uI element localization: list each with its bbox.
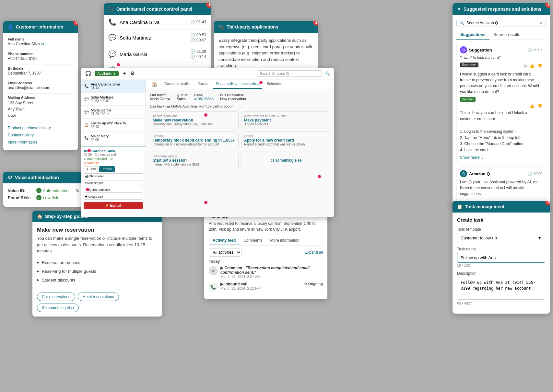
ccp-search-input[interactable] bbox=[257, 70, 322, 77]
voice-panel-title: Voice authentication bbox=[15, 175, 59, 180]
tab-comments[interactable]: Comments bbox=[240, 236, 266, 245]
ccp-home-tab[interactable]: 🏠 bbox=[149, 80, 160, 89]
contact-history-link[interactable]: Contact history bbox=[8, 132, 73, 139]
ccp-mute-btn[interactable]: 🎤 Mute bbox=[99, 166, 115, 172]
user-icon: 👤 bbox=[8, 24, 13, 29]
guide-item-0[interactable]: Reservation process bbox=[37, 258, 158, 267]
suggested-badge: 3 bbox=[545, 3, 550, 8]
customer-address-section: Mailing Address 123 Any Street,Any Town,… bbox=[8, 96, 73, 119]
case-activity-tabs: Activity feed Comments More information bbox=[209, 236, 323, 246]
copy-name-icon[interactable]: ⧉ bbox=[41, 42, 44, 46]
chat-icon-2: 💬 bbox=[108, 50, 116, 58]
third-party-description: Easily integrate third-party application… bbox=[218, 37, 313, 69]
guide-chips: Car reservations Hotel reservations It's… bbox=[37, 289, 158, 312]
ccp-card-security[interactable]: Security Temporary block debit card endi… bbox=[150, 132, 239, 149]
ccp-card-else[interactable]: It's something else bbox=[241, 152, 330, 169]
customer-panel-title: Customer information bbox=[16, 24, 63, 29]
task-template-select[interactable]: Customer follow-up ▼ bbox=[457, 233, 545, 243]
task-name-input[interactable] bbox=[457, 253, 545, 263]
tab-suggestions[interactable]: Suggestions bbox=[456, 30, 489, 40]
headset-icon: 🎧 bbox=[108, 6, 114, 12]
ccp-tab-scheduler[interactable]: Scheduler bbox=[264, 80, 286, 89]
tab-search-results[interactable]: Search results bbox=[489, 30, 524, 39]
ccp-number-pad-btn[interactable]: # Number pad bbox=[84, 180, 143, 186]
ccp-contact-0[interactable]: 📞 Ana Caroline Silva 01:43 bbox=[81, 80, 146, 93]
third-party-body: Easily integrate third-party application… bbox=[214, 33, 318, 74]
ccp-tab-cases[interactable]: Cases bbox=[195, 80, 212, 89]
activity-filter-select[interactable]: All activities bbox=[209, 248, 241, 257]
ccp-phone-icon-4: 📞 bbox=[84, 136, 89, 140]
ccp-tab-customer[interactable]: Customer profile bbox=[161, 80, 194, 89]
solution-thumbs-down-icon[interactable]: 👎 bbox=[537, 104, 542, 109]
ccp-card-sms[interactable]: Communications Start SMS session Interac… bbox=[150, 152, 239, 169]
show-more-btn[interactable]: Show more ⌄ bbox=[460, 155, 542, 160]
task-panel-body: Create task Task template Customer follo… bbox=[453, 213, 550, 314]
thumbs-up-icon[interactable]: 👍 bbox=[529, 63, 535, 69]
suggested-header: ✦ Suggested responses and solutions 3 bbox=[453, 3, 550, 15]
email-label: Email address bbox=[8, 81, 73, 85]
guide-item-1[interactable]: Reserving for multiple guests bbox=[37, 267, 158, 276]
activity-time-0: March 11, 2024, 8:01 AM bbox=[220, 275, 323, 279]
ccp-search-btn[interactable]: 🔍 bbox=[325, 71, 330, 76]
more-info-link[interactable]: More information bbox=[8, 139, 73, 146]
contact-item-0[interactable]: 📞 Ana Carolina Silva 🕐 01:43 bbox=[104, 15, 211, 29]
contact-item-2[interactable]: 💬 Maria Garcia 🕐 01:29 🕐 00:14 bbox=[104, 46, 211, 63]
task-desc-hint: 63 / 4027 bbox=[457, 301, 545, 305]
ccp-contact-2[interactable]: 💬 Maria Garcia 01:28 / 00:14 bbox=[81, 106, 146, 119]
task-management-panel: 📋 Task management 4 Create task Task tem… bbox=[453, 201, 550, 314]
contact-name-1: Sofía Martinez bbox=[120, 35, 187, 40]
activity-dot-1: 📞 bbox=[209, 282, 218, 292]
ccp-chat-icon-2: 💬 bbox=[84, 110, 89, 114]
ccp-contact-4[interactable]: 📞 Major Mary 00:09 bbox=[81, 132, 146, 144]
ccp-quick-connects-btn[interactable]: ⚡ Quick Connects bbox=[84, 187, 143, 193]
tab-more-info[interactable]: More information bbox=[266, 236, 303, 245]
guide-item-2[interactable]: Student discounts bbox=[37, 276, 158, 284]
phone-label: Phone number bbox=[8, 52, 73, 56]
create-task-title: Create task bbox=[457, 217, 545, 223]
task-name-group: Task name 18 / 132 bbox=[457, 247, 545, 267]
omnichannel-contacts: 📞 Ana Carolina Silva 🕐 01:43 💬 Sofía Mar… bbox=[104, 15, 211, 77]
ccp-create-task-btn[interactable]: ✚ Create task bbox=[84, 194, 143, 200]
chip-hotel-reservations[interactable]: Hotel reservations bbox=[78, 293, 119, 301]
ccp-col-ivr: IVR ResponseNew reservation bbox=[220, 93, 246, 101]
chip-something-else[interactable]: It's something else bbox=[37, 304, 79, 312]
product-history-link[interactable]: Product purchase history bbox=[8, 124, 73, 132]
customer-badge: 8 bbox=[73, 21, 78, 26]
ccp-show-video-btn[interactable]: 📹 Show video bbox=[84, 173, 143, 179]
suggestion-icon-1: Q bbox=[460, 170, 467, 177]
ccp-card-reservation[interactable]: Accommodations Make new reservation Rese… bbox=[150, 111, 239, 129]
full-name-value: Ana Carolina Silva ⧉ bbox=[8, 42, 73, 46]
thumbs-down-icon[interactable]: 👎 bbox=[537, 63, 542, 69]
activity-time-1: March 11, 2024, 2:12 PM bbox=[220, 286, 323, 290]
ccp-tab-fraud[interactable]: Fraud activity - transactio... bbox=[213, 80, 262, 89]
refresh-icon[interactable]: ↻ bbox=[76, 188, 79, 193]
tab-activity-feed[interactable]: Activity feed bbox=[209, 236, 240, 245]
suggested-search-input[interactable] bbox=[466, 21, 537, 25]
ccp-end-call-btn[interactable]: ⚡ End call bbox=[84, 202, 143, 209]
shield-icon: 🛡 bbox=[8, 175, 12, 180]
ccp-contact-1[interactable]: 💬 Sofia Martinez 00:53 / 00:07 bbox=[81, 93, 146, 106]
ccp-card-payment[interactable]: Next payment due on 09/28/25 Make paymen… bbox=[241, 111, 330, 129]
suggestion-title-0: Suggestion bbox=[469, 48, 526, 52]
customer-email-section: Email address ana.silva@example.com bbox=[8, 81, 73, 90]
solution-thumbs-up-icon[interactable]: 👍 bbox=[529, 104, 535, 109]
ccp-card-offers[interactable]: Offers Apply for a new credit card Repor… bbox=[241, 132, 330, 149]
task-desc-textarea[interactable]: Follow up with Ana at (914) 555-0199 reg… bbox=[457, 277, 545, 300]
ongoing-badge: ⟳ Ongoing bbox=[304, 282, 323, 286]
contact-time-0: 🕐 01:43 bbox=[190, 20, 206, 24]
suggested-search-bar[interactable]: 🔍 ✕ bbox=[456, 19, 546, 27]
ccp-hold-btn[interactable]: ⏸ Hold bbox=[84, 166, 98, 172]
activity-item-0: ✏ ▶ Comment - "Reservation completed and… bbox=[209, 266, 323, 279]
close-search-icon[interactable]: ✕ bbox=[539, 20, 543, 25]
ccp-contact-3[interactable]: 📋 Follow up with Nikki W. 06:43 bbox=[81, 119, 146, 132]
chip-car-reservations[interactable]: Car reservations bbox=[37, 293, 75, 301]
copy-response-icon[interactable]: ⧉ bbox=[524, 63, 527, 69]
phone-value: +1 914-555-0199 bbox=[8, 56, 73, 61]
fraud-risk-value: Low risk bbox=[36, 195, 58, 200]
add-contact-icon[interactable]: ＋ bbox=[122, 70, 127, 77]
expand-all-btn[interactable]: ⌄ Expand all bbox=[300, 250, 323, 255]
suggested-title: Suggested responses and solutions bbox=[464, 6, 541, 12]
settings-icon[interactable]: ⚙ bbox=[130, 70, 135, 76]
contact-item-1[interactable]: 💬 Sofía Martinez 🕐 00:53 🕐 00:07 bbox=[104, 29, 211, 46]
ccp-col-case: Case⧉ 08126345 bbox=[194, 93, 214, 101]
